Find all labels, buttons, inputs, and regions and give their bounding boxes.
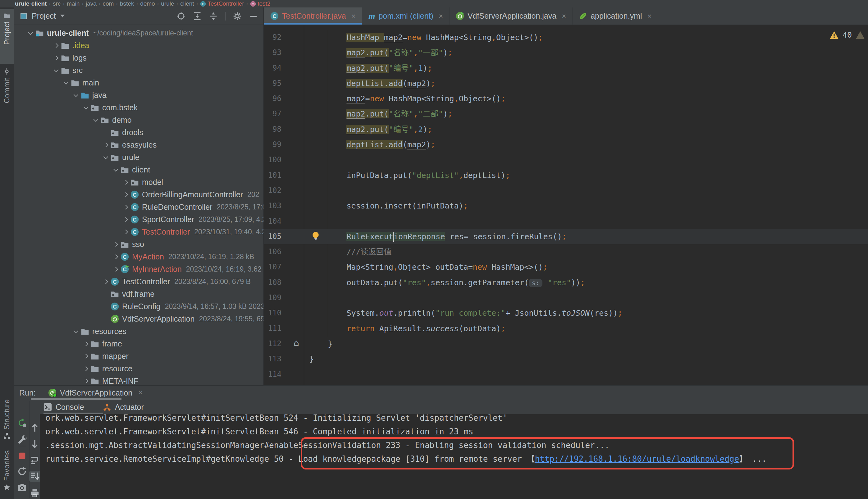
tree-item-sso[interactable]: sso — [14, 238, 264, 251]
tree-item-myinneraction[interactable]: CMyInnerAction2023/10/24, 16:19, 3.62 kB — [14, 263, 264, 275]
tree-item-testcontroller[interactable]: CTestController2023/8/24, 16:00, 679 B — [14, 275, 264, 288]
code-line-105[interactable]: 105RuleExecutionResponse res= session.fi… — [264, 229, 868, 244]
method-home-icon[interactable]: ⌂ — [294, 338, 299, 349]
arrow-down-button[interactable] — [30, 439, 40, 449]
intention-bulb-icon[interactable] — [311, 231, 320, 240]
tree-item--idea[interactable]: .idea — [14, 39, 264, 51]
tree-item-resource[interactable]: resource — [14, 362, 264, 375]
console-output[interactable]: ork.web.servlet.FrameworkServlet#initSer… — [40, 414, 868, 499]
tree-chevron-icon[interactable] — [101, 143, 110, 147]
tree-item-myaction[interactable]: CMyAction2023/10/24, 16:19, 1.28 kB — [14, 251, 264, 263]
tool-window-button-favorites[interactable]: Favorites — [0, 450, 14, 499]
tree-item-client[interactable]: client — [14, 163, 264, 176]
tree-item-resources[interactable]: resources — [14, 325, 264, 338]
tree-chevron-icon[interactable] — [72, 330, 80, 332]
editor-tab-application-yml[interactable]: application.yml× — [573, 8, 658, 25]
tree-chevron-icon[interactable] — [121, 218, 130, 221]
code-line-113[interactable]: 113} — [264, 351, 868, 367]
tree-item-testcontroller[interactable]: CTestController2023/10/31, 19:40, 4.25 — [14, 226, 264, 238]
code-line-103[interactable]: 103session.insert(inPutData); — [264, 198, 868, 214]
close-icon[interactable]: × — [351, 12, 356, 21]
code-line-99[interactable]: 99deptList.add(map2); — [264, 137, 868, 152]
tree-chevron-icon[interactable] — [111, 169, 120, 171]
code-line-110[interactable]: 110System.out.println("run complete:"+ J… — [264, 305, 868, 321]
tree-chevron-icon[interactable] — [62, 82, 70, 84]
breadcrumb-item[interactable]: CTestController — [200, 0, 244, 7]
breadcrumb-item[interactable]: com — [102, 0, 114, 7]
tree-item-drools[interactable]: drools — [14, 126, 264, 138]
settings-button[interactable] — [233, 12, 242, 21]
breadcrumb-item[interactable]: main — [67, 0, 80, 7]
tree-item-ruledemocontroller[interactable]: CRuleDemoController2023/8/25, 17:0 — [14, 201, 264, 213]
code-line-114[interactable]: 114 — [264, 367, 868, 382]
close-icon[interactable]: × — [138, 388, 143, 397]
tool-window-button-project[interactable]: Project — [0, 9, 14, 64]
tree-item-demo[interactable]: demo — [14, 114, 264, 126]
code-line-96[interactable]: 96map2=new HashMap<String,Object>(); — [264, 91, 868, 106]
code-line-102[interactable]: 102 — [264, 183, 868, 198]
console-link[interactable]: http://192.168.1.16:80/urule/loadknowled… — [535, 454, 739, 464]
softwrap-button[interactable] — [30, 455, 40, 465]
tree-chevron-icon[interactable] — [121, 193, 130, 196]
tree-chevron-icon[interactable] — [51, 56, 60, 60]
tree-item-com-bstek[interactable]: com.bstek — [14, 101, 264, 114]
code-line-106[interactable]: 106///读返回值 — [264, 244, 868, 259]
code-line-100[interactable]: 100 — [264, 152, 868, 168]
tree-item-vdfserverapplication[interactable]: VdfServerApplication2023/8/24, 19:55, 69… — [14, 313, 264, 325]
code-line-98[interactable]: 98map2.put("编号",2); — [264, 122, 868, 137]
tree-item-ruleconfig[interactable]: CRuleConfig2023/9/14, 16:57, 1.03 kB 202… — [14, 300, 264, 313]
tree-item-sportcontroller[interactable]: CSportController2023/8/25, 17:09, 4.2 — [14, 213, 264, 226]
expand-all-button[interactable] — [193, 12, 201, 21]
code-line-94[interactable]: 94map2.put("编号",1); — [264, 61, 868, 76]
code-line-108[interactable]: 108outData.put("res",session.getParamete… — [264, 275, 868, 290]
view-tab-actuator[interactable]: Actuator — [103, 403, 144, 412]
code-line-93[interactable]: 93map2.put("名称","一部"); — [264, 45, 868, 60]
tree-chevron-icon[interactable] — [26, 32, 35, 34]
code-line-109[interactable]: 109 — [264, 290, 868, 305]
code-line-92[interactable]: 92HashMap map2=new HashMap<String,Object… — [264, 30, 868, 45]
code-editor[interactable]: 92HashMap map2=new HashMap<String,Object… — [264, 25, 868, 385]
hide-button[interactable] — [249, 12, 258, 21]
editor-tab-pom-xml-client-[interactable]: mpom.xml (client)× — [362, 8, 450, 25]
tree-item-orderbillingamountcontroller[interactable]: COrderBillingAmountController202 — [14, 188, 264, 201]
breadcrumb-item[interactable]: mtest2 — [250, 0, 270, 7]
tree-chevron-icon[interactable] — [121, 205, 130, 209]
tree-item-vdf-frame[interactable]: vdf.frame — [14, 288, 264, 300]
run-configuration-tab[interactable]: VdfServerApplication × — [48, 388, 143, 398]
arrow-up-button[interactable] — [30, 423, 40, 433]
wrench-button[interactable] — [17, 434, 27, 444]
view-tab-console[interactable]: Console — [44, 403, 84, 412]
collapse-all-button[interactable] — [209, 12, 218, 21]
tree-chevron-icon[interactable] — [72, 94, 80, 96]
tree-item-model[interactable]: model — [14, 176, 264, 188]
tree-chevron-icon[interactable] — [111, 268, 120, 271]
project-panel-title[interactable]: Project — [32, 12, 56, 21]
tree-item-main[interactable]: main — [14, 76, 264, 89]
tree-item-logs[interactable]: logs — [14, 51, 264, 64]
tree-chevron-icon[interactable] — [82, 379, 90, 383]
chevron-down-icon[interactable] — [60, 15, 65, 17]
tree-chevron-icon[interactable] — [101, 280, 110, 283]
tree-chevron-icon[interactable] — [82, 107, 90, 109]
breadcrumb-item[interactable]: src — [53, 0, 61, 7]
breadcrumb-item[interactable]: urule — [161, 0, 174, 7]
tool-window-button-commit[interactable]: Commit — [0, 68, 14, 115]
locate-button[interactable] — [177, 12, 185, 21]
breadcrumb-item[interactable]: urule-client — [15, 0, 47, 7]
code-line-101[interactable]: 101inPutData.put("deptList",deptList); — [264, 168, 868, 183]
tree-chevron-icon[interactable] — [82, 354, 90, 358]
inspections-widget[interactable]: 40 — [830, 31, 865, 39]
tree-item-java[interactable]: java — [14, 89, 264, 101]
close-icon[interactable]: × — [439, 12, 443, 21]
scroll-end-button[interactable] — [29, 471, 40, 482]
rerun-button[interactable] — [17, 418, 27, 428]
code-line-104[interactable]: 104 — [264, 214, 868, 229]
tree-item-meta-inf[interactable]: META-INF — [14, 375, 264, 385]
tree-chevron-icon[interactable] — [51, 69, 60, 72]
tree-item-mapper[interactable]: mapper — [14, 350, 264, 362]
code-line-95[interactable]: 95deptList.add(map2); — [264, 76, 868, 91]
breadcrumb-item[interactable]: demo — [140, 0, 155, 7]
tree-item-esasyules[interactable]: esasyules — [14, 138, 264, 151]
tree-item-urule-client[interactable]: urule-client~/coding/ideaSpace/urule-cli… — [14, 27, 264, 39]
tree-chevron-icon[interactable] — [111, 255, 120, 258]
